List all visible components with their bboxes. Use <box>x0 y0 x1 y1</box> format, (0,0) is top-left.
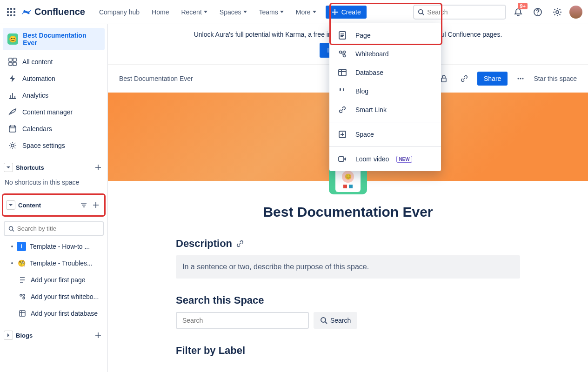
info-icon: i <box>17 242 26 251</box>
svg-rect-1 <box>10 8 12 10</box>
space-search-button[interactable]: Search <box>314 312 357 329</box>
tree-item-template-howto[interactable]: iTemplate - How-to ... <box>3 239 105 254</box>
page-title: Best Documentation Ever <box>176 204 520 220</box>
sidebar-content-manager[interactable]: Content manager <box>3 104 105 120</box>
svg-rect-20 <box>9 58 12 61</box>
description-placeholder[interactable]: In a sentence or two, describe the purpo… <box>176 255 520 279</box>
copy-link-icon[interactable] <box>457 71 472 86</box>
database-icon <box>338 68 348 77</box>
space-header[interactable]: 😊 Best Documentation Ever <box>3 28 105 50</box>
user-avatar[interactable] <box>569 6 582 19</box>
content-section: Content <box>5 197 102 213</box>
svg-point-14 <box>340 51 342 53</box>
search-icon <box>418 8 424 16</box>
space-search-input[interactable] <box>176 312 309 329</box>
video-icon <box>338 154 348 164</box>
svg-rect-0 <box>7 8 9 10</box>
page-icon <box>338 31 348 40</box>
nav-spaces[interactable]: Spaces <box>215 6 252 19</box>
svg-point-15 <box>343 51 346 53</box>
sidebar-all-content[interactable]: All content <box>3 54 105 70</box>
shortcuts-section: Shortcuts <box>3 159 105 176</box>
search-icon <box>320 317 327 324</box>
create-database[interactable]: Database <box>329 63 441 82</box>
grid-icon <box>8 58 17 66</box>
create-loom[interactable]: Loom video NEW <box>329 150 441 168</box>
svg-rect-17 <box>339 69 346 76</box>
space-icon <box>338 130 348 139</box>
filter-button[interactable] <box>79 200 88 210</box>
global-search[interactable] <box>413 5 506 20</box>
whiteboard-icon <box>18 292 27 301</box>
tree-item-add-whiteboard[interactable]: Add your first whitebo... <box>3 289 105 305</box>
svg-point-34 <box>522 78 524 80</box>
add-shortcut-button[interactable] <box>94 163 103 172</box>
add-content-button[interactable] <box>91 200 100 210</box>
svg-rect-21 <box>13 58 16 61</box>
svg-point-29 <box>23 297 25 299</box>
svg-rect-23 <box>13 62 16 66</box>
svg-rect-30 <box>20 311 25 316</box>
search-icon <box>8 226 14 232</box>
global-search-input[interactable] <box>427 8 501 16</box>
tree-item-add-database[interactable]: Add your first database <box>3 306 105 321</box>
nav-company-hub[interactable]: Company hub <box>94 6 144 19</box>
link-icon[interactable] <box>236 239 244 248</box>
nav-recent[interactable]: Recent <box>176 6 212 19</box>
tree-search[interactable] <box>4 221 104 236</box>
svg-rect-6 <box>7 14 9 16</box>
sidebar-automation[interactable]: Automation <box>3 71 105 86</box>
create-smart-link[interactable]: Smart Link <box>329 100 441 119</box>
create-page[interactable]: Page <box>329 26 441 45</box>
bolt-icon <box>8 74 17 83</box>
nav-more[interactable]: More <box>291 6 321 19</box>
tree-item-template-troubles[interactable]: 🧐Template - Troubles... <box>3 255 105 271</box>
sidebar-calendars[interactable]: Calendars <box>3 121 105 137</box>
add-blog-button[interactable] <box>94 331 103 340</box>
help-button[interactable] <box>530 5 545 20</box>
svg-rect-3 <box>7 11 9 13</box>
svg-point-25 <box>11 144 14 147</box>
chevron-down-icon[interactable] <box>6 200 15 210</box>
more-actions-button[interactable] <box>513 71 528 86</box>
svg-rect-22 <box>9 62 12 66</box>
highlight-content-section: Content <box>2 193 106 217</box>
app-switcher-icon[interactable] <box>6 7 17 18</box>
tree-item-add-page[interactable]: Add your first page <box>3 272 105 288</box>
create-button[interactable]: Create <box>326 6 367 19</box>
page-icon <box>18 275 27 285</box>
tree-search-input[interactable] <box>17 225 99 232</box>
new-badge: NEW <box>396 156 412 163</box>
create-blog[interactable]: Blog <box>329 82 441 100</box>
nav-home[interactable]: Home <box>147 6 174 19</box>
svg-point-9 <box>419 9 423 13</box>
svg-point-35 <box>321 318 326 322</box>
notifications-button[interactable]: 9+ <box>511 5 526 20</box>
svg-point-16 <box>343 55 346 57</box>
create-whiteboard[interactable]: Whiteboard <box>329 45 441 63</box>
blogs-section: Blogs <box>3 327 105 344</box>
nav-teams[interactable]: Teams <box>254 6 288 19</box>
svg-rect-4 <box>10 11 12 13</box>
gear-icon <box>8 141 17 150</box>
blog-icon <box>338 86 348 96</box>
heading-filter-label: Filter by Label <box>176 345 520 357</box>
sidebar-analytics[interactable]: Analytics <box>3 87 105 103</box>
share-button[interactable]: Share <box>477 72 508 86</box>
svg-rect-7 <box>10 14 12 16</box>
emoji-icon: 🧐 <box>17 259 26 268</box>
svg-point-12 <box>556 11 559 13</box>
sidebar-space-settings[interactable]: Space settings <box>3 138 105 153</box>
svg-rect-19 <box>339 157 344 161</box>
chevron-down-icon[interactable] <box>4 163 13 172</box>
svg-point-27 <box>20 294 22 296</box>
whiteboard-icon <box>338 49 348 59</box>
create-dropdown: Page Whiteboard Database Blog Smart Link… <box>329 23 441 171</box>
chevron-right-icon[interactable] <box>4 331 13 340</box>
star-space-link[interactable]: Star this space <box>534 75 577 82</box>
settings-button[interactable] <box>550 5 565 20</box>
svg-point-32 <box>518 78 519 80</box>
confluence-logo[interactable]: Confluence <box>21 7 85 17</box>
create-space[interactable]: Space <box>329 125 441 144</box>
notification-badge: 9+ <box>518 3 528 9</box>
